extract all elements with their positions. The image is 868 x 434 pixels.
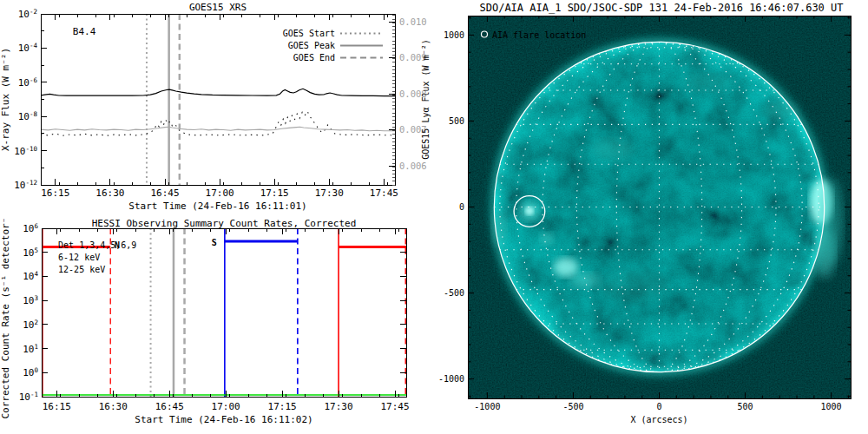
goes-plot-frame bbox=[41, 14, 395, 185]
aia-image: AIA flare location bbox=[468, 16, 851, 398]
solar-flare-dashboard: GOES15 XRS16:1516:3016:4517:0017:1517:30… bbox=[0, 0, 868, 434]
goes-x-tick-label: 16:15 bbox=[41, 187, 69, 199]
hessi-y-tick-label: 101 bbox=[23, 343, 38, 355]
hessi-x-tick-label: 17:15 bbox=[268, 401, 297, 412]
flare-halo bbox=[520, 201, 539, 220]
faint-region-5 bbox=[599, 271, 668, 302]
goes-y-tick-label: 10-4 bbox=[18, 42, 38, 54]
aia-solar-image-panel: SDO/AIA AIA_1 SDO/JSOC-SDP 131 24-Feb-20… bbox=[417, 0, 868, 434]
flare-legend-label: AIA flare location bbox=[492, 30, 586, 40]
aia-x-tick-label: 0 bbox=[656, 402, 661, 411]
goes-y-tick-label: 10-6 bbox=[18, 76, 38, 89]
aia-x-tick-label: 1000 bbox=[821, 402, 842, 411]
hessi-flag-label: S bbox=[212, 238, 217, 247]
goes-x-axis-label: Start Time (24-Feb-16 16:11:01) bbox=[128, 201, 306, 212]
aia-y-tick-label: -500 bbox=[444, 288, 464, 298]
hessi-legend-text: 12-25 keV bbox=[58, 265, 105, 274]
hessi-y-tick-label: 10-1 bbox=[19, 391, 38, 403]
hessi-title: HESSI Observing Summary Count Rates, Cor… bbox=[92, 218, 357, 229]
goes-x-tick-label: 17:30 bbox=[315, 187, 344, 199]
hessi-x-tick-label: 16:45 bbox=[155, 401, 184, 412]
faint-region-1 bbox=[540, 233, 554, 245]
goes-y-axis-label: X-ray Flux (W m⁻²) bbox=[0, 48, 11, 151]
hessi-x-axis-label: Start Time (24-Feb-16 16:11:02) bbox=[135, 414, 312, 425]
faint-region-4 bbox=[681, 74, 733, 91]
aia-x-axis-label: X (arcsecs) bbox=[630, 415, 687, 424]
goes-x-tick-label: 17:45 bbox=[370, 187, 398, 199]
aia-y-tick-label: 0 bbox=[459, 202, 464, 212]
hessi-legend-text: Det 1,3,4,5,6,9 bbox=[58, 240, 136, 250]
aia-y-tick-label: -1000 bbox=[438, 374, 464, 384]
faint-region-2 bbox=[591, 139, 633, 160]
hessi-y-tick-label: 106 bbox=[23, 222, 38, 234]
active-region-southwest bbox=[554, 258, 578, 277]
goes-y-tick-label: 10-8 bbox=[18, 110, 38, 122]
aia-y-tick-label: 1000 bbox=[444, 30, 464, 40]
goes-legend-label: GOES Start bbox=[283, 29, 335, 38]
series-goes-xrs-long-1-8A bbox=[41, 89, 395, 95]
hessi-y-tick-label: 103 bbox=[23, 294, 38, 306]
goes-y-tick-label: 10-10 bbox=[14, 145, 37, 157]
goes-legend-label: GOES Peak bbox=[288, 41, 335, 50]
hessi-x-tick-label: 16:15 bbox=[43, 401, 71, 412]
goes-x-tick-label: 17:15 bbox=[260, 187, 289, 199]
hessi-y-tick-label: 102 bbox=[23, 319, 38, 331]
active-region-southwest-2 bbox=[570, 273, 600, 288]
hessi-y-tick-label: 105 bbox=[23, 247, 38, 259]
goes-x-tick-label: 16:45 bbox=[150, 187, 179, 199]
series-goes-xrs-short-05-4A bbox=[41, 111, 395, 135]
hessi-y-tick-label: 100 bbox=[23, 366, 38, 378]
hessi-x-tick-label: 17:30 bbox=[324, 401, 352, 412]
goes-x-tick-label: 16:30 bbox=[95, 187, 124, 199]
aia-x-tick-label: -500 bbox=[562, 402, 583, 411]
hessi-count-rate-chart: HESSI Observing Summary Count Rates, Cor… bbox=[0, 217, 434, 434]
goes-legend-label: GOES End bbox=[293, 53, 335, 62]
hessi-flag-label: N bbox=[115, 240, 120, 250]
hessi-legend-text: 6-12 keV bbox=[58, 253, 100, 262]
goes-title: GOES15 XRS bbox=[189, 2, 247, 13]
aia-y-tick-label: 500 bbox=[449, 116, 464, 126]
hessi-x-tick-label: 17:00 bbox=[212, 401, 240, 412]
goes-xrs-chart: GOES15 XRS16:1516:3016:4517:0017:1517:30… bbox=[0, 0, 434, 217]
hessi-y-axis-label: Corrected Count Rate (s⁻¹ detector⁻¹) bbox=[0, 217, 11, 419]
aia-title: SDO/AIA AIA_1 SDO/JSOC-SDP 131 24-Feb-20… bbox=[479, 2, 843, 14]
goes-y-tick-label: 10-2 bbox=[18, 8, 37, 20]
hessi-y-tick-label: 104 bbox=[23, 270, 38, 282]
goes-x-tick-label: 17:00 bbox=[206, 187, 234, 199]
hessi-x-tick-label: 17:45 bbox=[380, 401, 409, 412]
aia-x-tick-label: 500 bbox=[738, 402, 753, 411]
series-goes15-lyman-alpha bbox=[41, 127, 395, 131]
goes-class-label: B4.4 bbox=[73, 26, 96, 37]
goes-y-tick-label: 10-12 bbox=[14, 179, 37, 191]
hessi-x-tick-label: 16:30 bbox=[99, 401, 128, 412]
aia-x-tick-label: -1000 bbox=[474, 402, 500, 411]
